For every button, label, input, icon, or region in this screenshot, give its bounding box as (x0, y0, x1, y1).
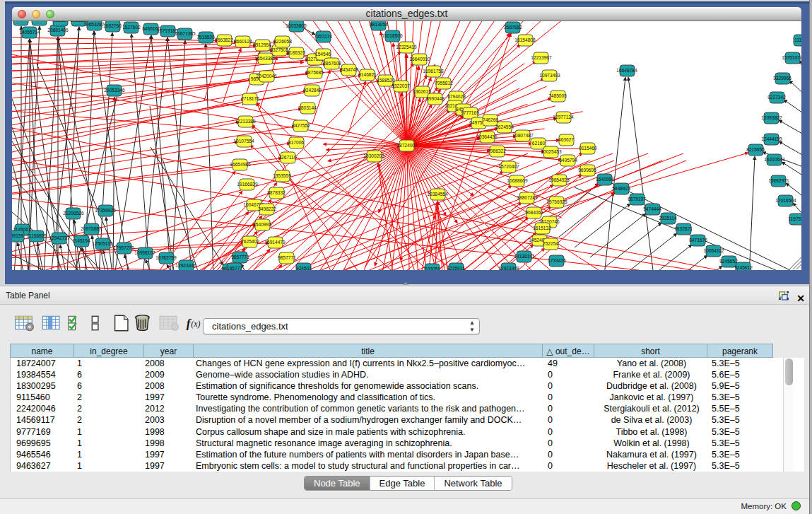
svg-text:62160: 62160 (532, 141, 546, 146)
svg-text:8660124: 8660124 (234, 39, 252, 44)
svg-text:16033809: 16033809 (286, 23, 307, 28)
svg-text:10653287: 10653287 (83, 22, 105, 27)
svg-text:16671385: 16671385 (175, 31, 196, 36)
svg-text:19166829: 19166829 (237, 182, 258, 187)
svg-text:252254: 252254 (543, 241, 558, 246)
svg-text:10107554: 10107554 (233, 139, 254, 144)
svg-text:5938923: 5938923 (612, 186, 630, 191)
svg-text:817006: 817006 (288, 140, 304, 145)
svg-text:10688609: 10688609 (507, 178, 528, 183)
svg-text:9245612: 9245612 (734, 265, 753, 270)
svg-text:8427552: 8427552 (292, 123, 310, 128)
svg-text:9084067: 9084067 (525, 210, 543, 215)
svg-text:3267110: 3267110 (278, 155, 297, 160)
svg-text:17359926: 17359926 (95, 208, 116, 213)
svg-text:12977124: 12977124 (553, 115, 574, 119)
svg-text:1527602: 1527602 (122, 25, 141, 30)
svg-text:25300203: 25300203 (363, 153, 384, 158)
svg-text:9146821: 9146821 (358, 72, 377, 77)
svg-text:8878332: 8878332 (267, 190, 286, 195)
svg-text:2687682: 2687682 (504, 25, 522, 30)
svg-text:7955812: 7955812 (435, 81, 453, 86)
svg-text:20053346: 20053346 (104, 88, 125, 93)
svg-text:16154808: 16154808 (514, 37, 536, 42)
svg-text:9777169: 9777169 (461, 110, 479, 115)
svg-text:16210643: 16210643 (764, 157, 785, 162)
svg-text:15720407: 15720407 (498, 164, 519, 169)
svg-text:1362615: 1362615 (413, 89, 431, 94)
svg-text:1652760: 1652760 (103, 23, 122, 28)
svg-text:16782759: 16782759 (155, 255, 177, 260)
svg-text:1917144: 1917144 (30, 21, 49, 22)
svg-text:633051: 633051 (425, 267, 440, 270)
svg-text:9115460: 9115460 (579, 146, 597, 151)
svg-text:18807249: 18807249 (517, 195, 538, 200)
svg-text:1640954: 1640954 (596, 177, 614, 182)
svg-text:20364436: 20364436 (476, 134, 498, 139)
svg-text:1603380: 1603380 (12, 21, 30, 22)
svg-text:12942737: 12942737 (49, 235, 70, 240)
svg-text:8990448: 8990448 (426, 96, 445, 101)
svg-text:5875685: 5875685 (305, 70, 324, 75)
svg-text:10807487: 10807487 (512, 133, 534, 138)
svg-text:2803144: 2803144 (298, 105, 317, 110)
svg-text:17957275: 17957275 (113, 245, 134, 250)
svg-text:12505135: 12505135 (92, 241, 113, 246)
svg-text:2935114: 2935114 (659, 216, 677, 221)
svg-text:15751074: 15751074 (782, 55, 801, 60)
svg-text:1540993: 1540993 (253, 222, 271, 227)
svg-text:19384554: 19384554 (427, 192, 448, 197)
svg-text:924501: 924501 (296, 266, 312, 270)
svg-text:(x): (x) (191, 319, 200, 329)
svg-text:746266: 746266 (483, 117, 498, 122)
svg-text:10025453: 10025453 (541, 149, 562, 154)
svg-text:14055714: 14055714 (19, 30, 40, 35)
svg-text:8471676: 8471676 (689, 238, 707, 243)
svg-text:12444159: 12444159 (761, 136, 782, 141)
svg-text:22420046: 22420046 (256, 74, 277, 78)
svg-text:16914479: 16914479 (264, 240, 286, 245)
svg-text:8226058: 8226058 (273, 39, 292, 44)
svg-text:16640910: 16640910 (409, 57, 430, 62)
svg-text:16654986: 16654986 (230, 162, 251, 167)
svg-text:7625402: 7625402 (241, 239, 259, 244)
svg-text:16648784: 16648784 (616, 68, 637, 73)
svg-text:9227342: 9227342 (767, 95, 786, 100)
svg-text:8813054: 8813054 (370, 22, 388, 27)
svg-text:8215955: 8215955 (746, 147, 765, 152)
svg-text:20975887: 20975887 (81, 226, 102, 231)
svg-text:10654112: 10654112 (704, 248, 724, 253)
svg-text:16543382: 16543382 (254, 56, 276, 61)
svg-text:9474444: 9474444 (643, 206, 661, 211)
svg-text:9242848: 9242848 (303, 88, 322, 93)
svg-text:1167533: 1167533 (788, 216, 801, 221)
svg-text:154546: 154546 (315, 52, 331, 57)
svg-text:20206526: 20206526 (63, 211, 84, 216)
svg-text:5322037: 5322037 (392, 83, 410, 88)
svg-text:17016504: 17016504 (775, 198, 796, 203)
svg-text:7632621: 7632621 (674, 226, 693, 231)
svg-text:11171: 11171 (794, 37, 801, 42)
svg-text:19654923: 19654923 (548, 177, 570, 182)
svg-text:7986322: 7986322 (488, 148, 506, 153)
svg-text:2867608: 2867608 (323, 61, 341, 66)
svg-text:10973493: 10973493 (539, 73, 560, 78)
svg-text:18724007: 18724007 (396, 143, 418, 148)
svg-text:10958107: 10958107 (134, 250, 155, 255)
svg-text:8454749: 8454749 (340, 67, 358, 72)
svg-text:9699695: 9699695 (578, 168, 596, 173)
svg-text:9245652: 9245652 (719, 259, 738, 264)
svg-text:11156829: 11156829 (27, 233, 47, 238)
svg-text:1145194: 1145194 (72, 238, 90, 243)
svg-text:1588520: 1588520 (377, 78, 395, 83)
svg-text:1615132: 1615132 (533, 226, 551, 230)
svg-text:6879197: 6879197 (628, 197, 646, 201)
svg-text:463627: 463627 (558, 137, 574, 142)
svg-text:12093822: 12093822 (761, 115, 782, 120)
svg-text:12213967: 12213967 (531, 55, 552, 60)
svg-text:12923446: 12923446 (175, 263, 196, 268)
svg-text:3624554: 3624554 (495, 124, 514, 129)
svg-text:19756928: 19756928 (546, 199, 567, 204)
svg-text:7485005: 7485005 (548, 93, 567, 98)
svg-text:955124: 955124 (53, 21, 69, 23)
